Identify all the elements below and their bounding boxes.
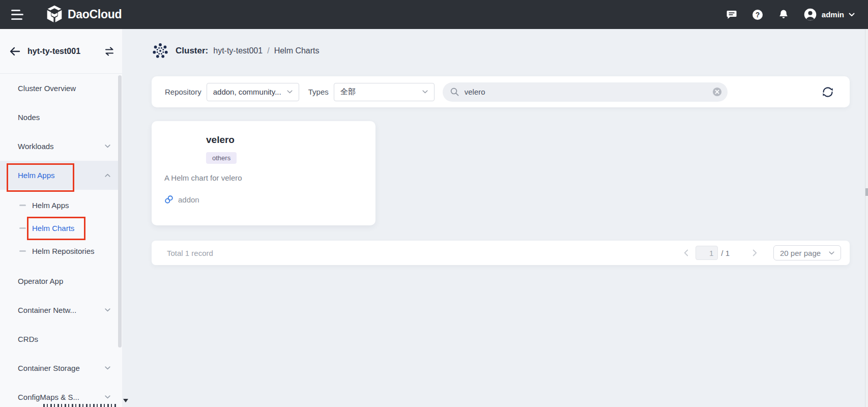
clear-icon bbox=[712, 86, 722, 97]
chart-description: A Helm chart for velero bbox=[164, 173, 363, 182]
previous-page-button[interactable] bbox=[684, 249, 688, 256]
breadcrumb-page: Helm Charts bbox=[274, 46, 320, 55]
chevron-icon bbox=[105, 173, 110, 177]
chevron-icon bbox=[105, 366, 110, 370]
chart-category-badge: others bbox=[206, 152, 237, 164]
sidebar-item[interactable]: Helm Apps bbox=[0, 194, 119, 217]
sidebar-item[interactable]: Container Netw... bbox=[0, 296, 119, 325]
chevron-icon bbox=[105, 308, 110, 312]
message-icon bbox=[726, 9, 738, 21]
sidebar-header: hyt-ty-test001 bbox=[0, 29, 122, 74]
page-size-select[interactable]: 20 per page bbox=[773, 245, 841, 260]
breadcrumb-cluster[interactable]: hyt-ty-test001 bbox=[213, 46, 263, 55]
link-icon bbox=[164, 195, 173, 204]
current-page-input[interactable]: 1 bbox=[696, 246, 718, 260]
sidebar-cluster-name: hyt-ty-test001 bbox=[27, 47, 104, 56]
breadcrumb-separator: / bbox=[267, 46, 269, 55]
helm-chart-card[interactable]: velero others A Helm chart for velero ad… bbox=[152, 121, 375, 225]
types-label: Types bbox=[308, 88, 329, 96]
pagination-controls: 1 / 1 20 per page bbox=[684, 245, 841, 260]
navbar-actions: ? admin bbox=[726, 8, 868, 21]
types-select-value: 全部 bbox=[340, 87, 356, 97]
sidebar-item[interactable]: ConfigMaps & S... bbox=[0, 383, 119, 407]
chevron-icon bbox=[105, 395, 110, 399]
sidebar-resize-handle-icon bbox=[123, 399, 128, 402]
chart-repository-row: addon bbox=[164, 195, 363, 204]
refresh-button[interactable] bbox=[821, 85, 834, 99]
messages-button[interactable] bbox=[726, 9, 738, 21]
help-button[interactable]: ? bbox=[751, 9, 764, 21]
chevron-down-icon bbox=[829, 251, 834, 255]
sidebar: hyt-ty-test001 Cluster Overview Nodes bbox=[0, 29, 122, 407]
pagination-bar: Total 1 record 1 / 1 20 per page bbox=[152, 241, 850, 265]
page-count-label: / 1 bbox=[721, 249, 730, 257]
types-select[interactable]: 全部 bbox=[334, 83, 435, 101]
brand-logo[interactable]: DaoCloud bbox=[46, 5, 122, 24]
clipped-menu-item bbox=[43, 404, 117, 407]
back-arrow-icon bbox=[9, 47, 20, 56]
switch-cluster-icon bbox=[104, 46, 115, 56]
sidebar-item[interactable]: Cluster Overview bbox=[0, 74, 119, 103]
daocloud-logo-icon bbox=[46, 5, 63, 24]
hamburger-menu-icon[interactable] bbox=[11, 10, 24, 20]
sidebar-item[interactable]: Nodes bbox=[0, 103, 119, 132]
chevron-left-icon bbox=[684, 249, 688, 256]
top-navbar: DaoCloud ? bbox=[0, 0, 868, 29]
breadcrumb-label: Cluster: bbox=[176, 46, 208, 56]
help-icon: ? bbox=[751, 9, 764, 21]
total-records-label: Total 1 record bbox=[167, 249, 213, 257]
back-button[interactable] bbox=[9, 47, 20, 56]
next-page-button[interactable] bbox=[753, 249, 757, 256]
dash-icon bbox=[19, 205, 26, 206]
refresh-icon bbox=[821, 85, 834, 99]
switch-cluster-button[interactable] bbox=[104, 46, 115, 56]
sidebar-item[interactable]: CRDs bbox=[0, 325, 119, 354]
chevron-icon bbox=[105, 144, 110, 148]
chevron-down-icon bbox=[849, 13, 855, 17]
chevron-right-icon bbox=[753, 249, 757, 256]
repository-label: Repository bbox=[165, 88, 201, 96]
main-content: Cluster: hyt-ty-test001 / Helm Charts Re… bbox=[122, 29, 868, 407]
sidebar-item[interactable]: Workloads bbox=[0, 132, 119, 161]
page-scrollbar-track bbox=[865, 29, 868, 407]
bell-icon bbox=[777, 9, 790, 21]
chart-title: velero bbox=[206, 134, 363, 146]
filter-bar: Repository addon, community... Types 全部 bbox=[152, 76, 850, 107]
brand-name: DaoCloud bbox=[68, 8, 122, 21]
page-scrollbar-thumb[interactable] bbox=[865, 188, 868, 196]
dash-icon bbox=[19, 250, 26, 252]
cluster-icon bbox=[152, 42, 169, 60]
search-box bbox=[443, 82, 728, 102]
sidebar-item[interactable]: Helm Repositories bbox=[0, 240, 119, 263]
sidebar-scrollbar[interactable] bbox=[118, 75, 122, 347]
repository-select-value: addon, community... bbox=[213, 88, 281, 96]
user-menu[interactable]: admin bbox=[803, 8, 855, 21]
username-label: admin bbox=[822, 10, 844, 19]
breadcrumb: Cluster: hyt-ty-test001 / Helm Charts bbox=[152, 40, 320, 62]
app-window: DaoCloud ? bbox=[0, 0, 868, 407]
sidebar-item[interactable]: Operator App bbox=[0, 267, 119, 296]
search-icon bbox=[450, 87, 459, 97]
chevron-down-icon bbox=[287, 90, 293, 94]
clear-search-button[interactable] bbox=[712, 86, 722, 97]
sidebar-item[interactable]: Helm Charts bbox=[0, 217, 119, 240]
dash-icon bbox=[19, 227, 26, 229]
page-size-value: 20 per page bbox=[780, 249, 821, 257]
chevron-down-icon bbox=[422, 90, 428, 94]
search-input[interactable] bbox=[464, 87, 712, 97]
svg-text:?: ? bbox=[756, 11, 760, 19]
sidebar-menu: Cluster Overview Nodes Workloads bbox=[0, 74, 119, 407]
chart-repository-name: addon bbox=[178, 195, 199, 204]
avatar-icon bbox=[803, 8, 817, 21]
sidebar-item[interactable]: Helm Apps bbox=[0, 161, 119, 190]
repository-select[interactable]: addon, community... bbox=[207, 83, 299, 101]
sidebar-item[interactable]: Container Storage bbox=[0, 354, 119, 383]
notifications-button[interactable] bbox=[777, 9, 790, 21]
